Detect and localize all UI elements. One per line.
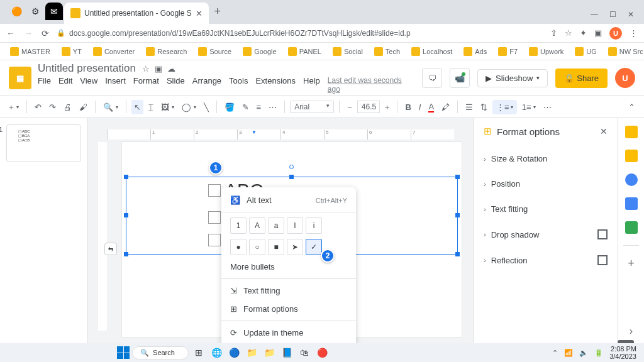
document-title[interactable]: Untitled presentation: [38, 62, 136, 75]
shape-tool[interactable]: ◯: [179, 100, 199, 114]
highlight-button[interactable]: 🖍: [439, 100, 452, 114]
window-minimize-icon[interactable]: ―: [591, 10, 598, 19]
list-style-upper-alpha[interactable]: A: [249, 217, 265, 234]
close-sidebar-button[interactable]: ✕: [600, 126, 608, 136]
line-tool[interactable]: ╲: [201, 100, 211, 114]
font-size-minus[interactable]: −: [345, 100, 355, 114]
tab-close-icon[interactable]: ✕: [196, 9, 203, 18]
reflection-checkbox[interactable]: [597, 255, 608, 265]
bookmark-item[interactable]: PANEL: [284, 46, 325, 57]
taskbar-date[interactable]: 3/4/2023: [609, 353, 636, 360]
share-page-icon[interactable]: ⇪: [550, 28, 557, 38]
menu-slide[interactable]: Slide: [167, 76, 185, 94]
cm-more-bullets[interactable]: More bullets: [221, 258, 356, 276]
bookmark-item[interactable]: Converter: [89, 46, 138, 57]
border-color-button[interactable]: ✎: [240, 100, 252, 114]
account-avatar[interactable]: U: [615, 68, 635, 88]
tray-chevron-icon[interactable]: ⌃: [552, 349, 558, 357]
slide-thumbnail[interactable]: ▢ABC ▢BCA ▢ACB: [6, 124, 81, 162]
taskbar-search[interactable]: 🔍 Search: [132, 346, 189, 359]
nav-forward-icon[interactable]: →: [24, 28, 33, 38]
font-size-plus[interactable]: +: [382, 100, 392, 114]
menu-view[interactable]: View: [80, 76, 97, 94]
wifi-icon[interactable]: 📶: [564, 349, 573, 357]
sb-drop-shadow[interactable]: ›Drop shadow: [484, 221, 608, 247]
bookmark-item[interactable]: Localhost: [408, 46, 456, 57]
move-icon[interactable]: ▣: [155, 64, 162, 74]
taskbar-time[interactable]: 2:08 PM: [609, 345, 636, 353]
browser-tab-active[interactable]: Untitled presentation - Google S ✕: [64, 3, 209, 24]
url-field[interactable]: 🔒 docs.google.com/presentation/d/19wEa69…: [57, 29, 543, 38]
explorer-icon[interactable]: 📁: [244, 345, 259, 360]
nav-reload-icon[interactable]: ⟳: [42, 28, 49, 38]
chrome-menu-icon[interactable]: ⋮: [630, 28, 638, 38]
word-icon[interactable]: 📘: [279, 345, 294, 360]
menu-arrange[interactable]: Arrange: [192, 76, 221, 94]
image-tool[interactable]: 🖼: [158, 100, 177, 114]
bold-button[interactable]: B: [402, 100, 413, 114]
explorer-icon-2[interactable]: 📁: [262, 345, 277, 360]
cm-format-options[interactable]: ⊞Format options: [221, 300, 356, 318]
border-dash-button[interactable]: ⋯: [266, 100, 279, 114]
list-style-lower-alpha[interactable]: a: [268, 217, 284, 234]
slideshow-button[interactable]: ▶ Slideshow ▾: [477, 69, 548, 87]
redo-button[interactable]: ↷: [47, 100, 58, 114]
side-panel-icon[interactable]: ▣: [594, 28, 602, 38]
bullet-disc[interactable]: ●: [230, 239, 247, 255]
sb-text-fitting[interactable]: ›Text fitting: [484, 196, 608, 221]
sb-position[interactable]: ›Position: [484, 171, 608, 196]
fill-color-button[interactable]: 🪣: [222, 100, 237, 114]
pinned-tab-1[interactable]: 🟠: [8, 3, 25, 20]
maps-icon[interactable]: [625, 221, 638, 234]
cm-text-fitting[interactable]: ⇲Text fitting: [221, 282, 356, 300]
bookmark-item[interactable]: Research: [142, 46, 191, 57]
pinned-tab-3[interactable]: ✉: [45, 3, 63, 20]
menu-edit[interactable]: Edit: [58, 76, 72, 94]
share-button[interactable]: 🔒 Share: [555, 69, 608, 88]
new-tab-button[interactable]: +: [209, 3, 226, 20]
font-size-input[interactable]: 46.5: [357, 101, 380, 113]
list-style-numeric[interactable]: 1: [230, 217, 247, 234]
edge-icon-2[interactable]: 🔵: [226, 345, 242, 360]
keep-icon[interactable]: [625, 126, 638, 138]
select-tool[interactable]: ↖: [131, 100, 143, 114]
store-icon[interactable]: 🛍: [297, 345, 312, 360]
bullet-circle[interactable]: ○: [249, 239, 265, 255]
nav-back-icon[interactable]: ←: [6, 28, 15, 38]
collapse-toolbar-button[interactable]: ⌃: [626, 100, 638, 114]
zoom-button[interactable]: 🔍: [101, 100, 121, 114]
slides-logo[interactable]: ▦: [9, 67, 31, 89]
align-button[interactable]: ☰: [463, 100, 475, 114]
bookmark-item[interactable]: F7: [494, 46, 521, 57]
comments-button[interactable]: 🗨: [422, 68, 442, 88]
profile-badge[interactable]: U: [609, 27, 622, 40]
bookmark-item[interactable]: Source: [194, 46, 235, 57]
menu-format[interactable]: Format: [133, 76, 159, 94]
textbox-tool[interactable]: ⌶: [146, 100, 156, 114]
sb-reflection[interactable]: ›Reflection: [484, 247, 608, 273]
border-weight-button[interactable]: ≡: [254, 100, 264, 114]
volume-icon[interactable]: 🔈: [579, 349, 588, 357]
paint-format-button[interactable]: 🖌: [77, 100, 90, 114]
menu-file[interactable]: File: [38, 76, 51, 94]
start-button[interactable]: [117, 346, 130, 359]
last-edit-link[interactable]: Last edit was seconds ago: [328, 76, 416, 94]
bullet-arrow[interactable]: ➤: [287, 239, 303, 255]
bulleted-list-button[interactable]: ⋮≡ ▾: [492, 100, 517, 114]
extensions-icon[interactable]: ✦: [580, 28, 587, 38]
bookmark-item[interactable]: MASTER: [6, 46, 54, 57]
new-slide-button[interactable]: +: [6, 100, 21, 114]
sb-size-rotation[interactable]: ›Size & Rotation: [484, 146, 608, 171]
bookmark-item[interactable]: UG: [571, 46, 601, 57]
menu-help[interactable]: Help: [303, 76, 320, 94]
keep-icon-2[interactable]: [625, 150, 638, 162]
window-maximize-icon[interactable]: ☐: [609, 10, 616, 19]
menu-insert[interactable]: Insert: [105, 76, 126, 94]
text-color-button[interactable]: A: [426, 99, 436, 115]
pinned-tab-2[interactable]: ⚙: [26, 3, 44, 20]
bookmark-item[interactable]: Upwork: [525, 46, 567, 57]
edge-icon[interactable]: 🌐: [209, 345, 224, 360]
slide-canvas[interactable]: ABC ⇆ 1 ♿ Alt text Ctrl+Alt+Y 1 A a I: [122, 142, 462, 337]
bookmark-item[interactable]: Tech: [370, 46, 404, 57]
print-button[interactable]: 🖨: [61, 100, 74, 114]
